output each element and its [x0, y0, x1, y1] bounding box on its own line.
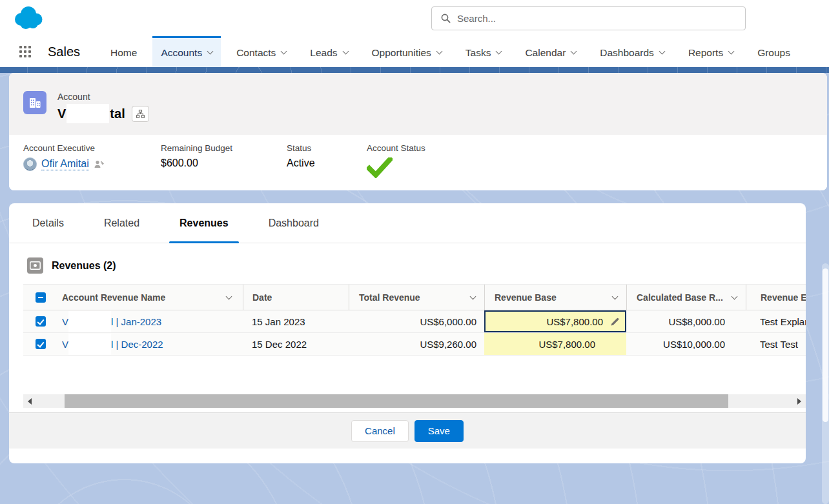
row-checkbox[interactable] [36, 339, 46, 349]
related-list-header: Revenues (2) [27, 257, 806, 274]
revenue-name-link[interactable]: V l | Dec-2022 [58, 333, 243, 355]
green-check-icon [367, 157, 393, 178]
column-revenue-explanation[interactable]: Revenue E [746, 285, 806, 310]
row-checkbox[interactable] [36, 316, 46, 327]
table-row: V l | Jan-2023 15 Jan 2023 US$6,000.00 U… [23, 310, 806, 333]
hierarchy-button[interactable] [132, 106, 149, 122]
column-date[interactable]: Date [243, 285, 349, 310]
search-icon [441, 14, 451, 23]
table-empty-space [23, 356, 806, 394]
chevron-down-icon[interactable] [207, 48, 214, 55]
revenue-base-cell-editing[interactable]: US$7,800.00 [484, 310, 626, 332]
related-list-title: Revenues (2) [52, 260, 116, 272]
tab-dashboard[interactable]: Dashboard [269, 203, 319, 243]
revenue-base-cell[interactable]: US$7,800.00 [484, 333, 626, 355]
nav-tab-opportunities[interactable]: Opportunities [363, 36, 450, 67]
field-account-executive: Account Executive Ofir Amitai [23, 143, 104, 171]
search-input[interactable] [457, 13, 745, 24]
chevron-down-icon[interactable] [281, 48, 287, 55]
revenues-table: Account Revenue Name Date Total Revenue … [23, 284, 806, 394]
revenue-name-link[interactable]: V l | Jan-2023 [58, 310, 243, 332]
salesforce-logo [12, 4, 45, 32]
tab-related[interactable]: Related [104, 203, 139, 243]
horizontal-scrollbar[interactable] [23, 394, 806, 408]
chevron-down-icon[interactable] [659, 48, 665, 55]
tab-revenues[interactable]: Revenues [179, 203, 229, 243]
vertical-scrollbar[interactable] [822, 263, 829, 504]
redaction-box [67, 104, 109, 123]
column-account-revenue-name[interactable]: Account Revenue Name [58, 285, 243, 310]
entity-label: Account [57, 92, 90, 102]
nav-tab-tasks[interactable]: Tasks [457, 36, 510, 67]
chevron-down-icon[interactable] [728, 48, 735, 55]
record-detail-card: Details Related Revenues Dashboard Reven… [9, 203, 806, 463]
date-cell: 15 Dec 2022 [243, 333, 349, 355]
nav-tab-home[interactable]: Home [102, 36, 145, 67]
record-tabs: Details Related Revenues Dashboard [9, 203, 806, 243]
nav-tab-leads[interactable]: Leads [302, 36, 356, 67]
global-header [0, 0, 829, 36]
nav-tab-contacts[interactable]: Contacts [228, 36, 294, 67]
total-revenue-cell: US$9,260.00 [349, 333, 484, 355]
calculated-base-cell: US$10,000.00 [626, 333, 746, 355]
date-cell: 15 Jan 2023 [243, 310, 349, 332]
tab-details[interactable]: Details [32, 203, 64, 243]
account-name: V tal [57, 104, 149, 123]
nav-tab-dashboards[interactable]: Dashboards [591, 36, 673, 67]
table-row: V l | Dec-2022 15 Dec 2022 US$9,260.00 U… [23, 333, 806, 356]
sort-chevron-icon[interactable] [612, 293, 619, 299]
nav-tab-calendar[interactable]: Calendar [517, 36, 584, 67]
scroll-left-button[interactable] [23, 394, 36, 408]
explanation-cell: Test Explan [746, 310, 806, 332]
chevron-down-icon[interactable] [571, 48, 577, 55]
hierarchy-icon [136, 110, 145, 118]
chevron-down-icon[interactable] [342, 48, 349, 55]
theme-banner [0, 67, 829, 73]
account-title-section: Account V tal [9, 73, 827, 135]
account-highlights-card: Account V tal Account Executive [9, 73, 827, 190]
edit-pencil-icon[interactable] [610, 317, 620, 327]
column-calculated-base[interactable]: Calculated Base R... [626, 285, 746, 310]
highlights-fields: Account Executive Ofir Amitai Remaining … [9, 135, 827, 190]
chevron-down-icon[interactable] [436, 48, 442, 55]
nav-tab-groups[interactable]: Groups [749, 36, 799, 67]
select-all-cell [23, 285, 58, 310]
salesforce-page: Sales Home Accounts Contacts Leads Oppor… [0, 0, 829, 504]
app-launcher-icon[interactable] [19, 46, 31, 57]
save-button[interactable]: Save [414, 420, 464, 442]
nav-tabs: Home Accounts Contacts Leads Opportuniti… [102, 36, 806, 67]
chevron-down-icon[interactable] [496, 48, 502, 55]
left-arrow-icon [28, 398, 32, 405]
account-name-suffix: tal [110, 106, 125, 121]
column-total-revenue[interactable]: Total Revenue [349, 285, 484, 310]
scroll-right-button[interactable] [793, 394, 806, 408]
sort-chevron-icon[interactable] [226, 293, 232, 299]
field-status: Status Active [287, 143, 315, 169]
scrollbar-thumb[interactable] [823, 268, 828, 422]
revenues-icon [27, 257, 43, 274]
redaction-box [68, 334, 111, 355]
column-revenue-base[interactable]: Revenue Base [484, 285, 626, 310]
app-navbar: Sales Home Accounts Contacts Leads Oppor… [0, 36, 829, 67]
redaction-box [68, 311, 111, 332]
scrollbar-thumb[interactable] [65, 394, 728, 408]
cancel-button[interactable]: Cancel [351, 420, 409, 442]
account-executive-link[interactable]: Ofir Amitai [41, 158, 89, 170]
calculated-base-cell: US$8,000.00 [626, 310, 746, 332]
field-remaining-budget: Remaining Budget $600.00 [161, 143, 232, 169]
sort-chevron-icon[interactable] [470, 293, 476, 299]
account-name-prefix: V [57, 106, 66, 121]
explanation-cell: Test Test [746, 333, 806, 355]
account-object-icon [23, 91, 46, 114]
nav-tab-accounts[interactable]: Accounts [152, 36, 221, 67]
sort-chevron-icon[interactable] [732, 293, 738, 299]
select-all-checkbox[interactable] [36, 292, 46, 303]
nav-tab-reports[interactable]: Reports [680, 36, 742, 67]
table-header-row: Account Revenue Name Date Total Revenue … [23, 284, 806, 310]
total-revenue-cell: US$6,000.00 [349, 310, 484, 332]
change-owner-icon[interactable] [94, 159, 104, 169]
avatar [23, 157, 37, 171]
inline-edit-footer: Cancel Save [9, 412, 806, 449]
global-search [431, 6, 746, 30]
app-name: Sales [48, 45, 80, 59]
